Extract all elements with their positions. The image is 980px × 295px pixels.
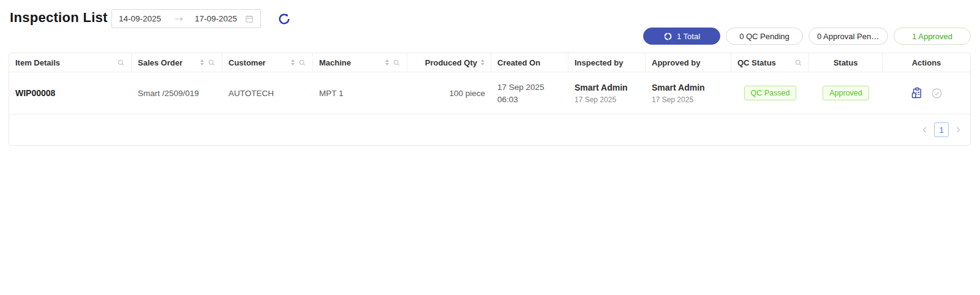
column-label: QC Status — [737, 58, 776, 67]
clipboard-report-icon — [911, 87, 923, 99]
column-header-status: Status — [809, 53, 883, 72]
column-label: Inspected by — [575, 58, 623, 67]
inspection-table: Item Details Sales Order Customer Machin… — [9, 53, 971, 146]
pill-label: 0 Approval Pendi... — [817, 32, 880, 41]
table-row: WIP00008 Smart /2509/019 AUTOTECH MPT 1 … — [9, 72, 970, 114]
pill-label: 1 Total — [677, 32, 700, 41]
page-title: Inspection List — [10, 10, 108, 26]
calendar-icon[interactable] — [245, 15, 254, 23]
column-label: Actions — [912, 58, 941, 67]
column-header-actions: Actions — [883, 53, 970, 72]
refresh-button[interactable] — [277, 12, 292, 26]
inspection-report-button[interactable] — [911, 87, 923, 99]
created-on-date: 17 Sep 2025 — [497, 83, 562, 92]
search-icon[interactable] — [298, 59, 306, 67]
search-icon[interactable] — [794, 59, 802, 67]
start-date-input[interactable]: 14-09-2025 — [119, 14, 161, 23]
cell-customer: AUTOTECH — [222, 89, 313, 98]
inspected-by-name: Smart Admin — [575, 83, 639, 92]
column-header-created-on: Created On — [491, 53, 568, 72]
cell-produced-qty: 100 piece — [407, 89, 491, 98]
sort-icon[interactable] — [291, 59, 295, 65]
cell-sales-order: Smart /2509/019 — [132, 89, 222, 98]
cell-inspected-by: Smart Admin 17 Sep 2025 — [568, 83, 646, 104]
search-icon[interactable] — [117, 59, 125, 67]
column-header-machine: Machine — [313, 53, 407, 72]
cell-qc-status: QC Passed — [731, 86, 809, 100]
cell-status: Approved — [809, 86, 883, 100]
reload-icon — [277, 12, 291, 26]
column-label: Customer — [228, 58, 266, 67]
prev-page-icon[interactable] — [921, 126, 929, 133]
status-filter-pills: 1 Total 0 QC Pending 0 Approval Pendi...… — [643, 28, 971, 45]
table-footer: 1 — [9, 114, 970, 145]
cell-created-on: 17 Sep 2025 06:03 — [491, 83, 568, 104]
sort-icon[interactable] — [481, 59, 484, 65]
column-label: Produced Qty — [425, 58, 477, 67]
column-label: Approved by — [652, 58, 700, 67]
pagination: 1 — [921, 122, 962, 137]
check-circle-icon — [931, 88, 943, 99]
table-header-row: Item Details Sales Order Customer Machin… — [9, 53, 970, 72]
cell-machine: MPT 1 — [313, 89, 407, 98]
page-number[interactable]: 1 — [934, 122, 949, 137]
pill-label: 0 QC Pending — [739, 32, 790, 41]
filter-pill-approved[interactable]: 1 Approved — [894, 28, 971, 45]
search-icon[interactable] — [208, 59, 216, 67]
qc-status-badge: QC Passed — [744, 86, 797, 100]
filter-pill-total[interactable]: 1 Total — [643, 28, 720, 45]
cell-actions — [883, 87, 970, 99]
column-header-approved-by: Approved by — [646, 53, 731, 72]
cell-item-details: WIP00008 — [9, 88, 132, 98]
approved-by-date: 17 Sep 2025 — [652, 95, 725, 104]
column-header-qc-status: QC Status — [731, 53, 809, 72]
inspected-by-date: 17 Sep 2025 — [575, 95, 639, 104]
column-header-produced-qty: Produced Qty — [407, 53, 491, 72]
column-header-inspected-by: Inspected by — [568, 53, 646, 72]
column-label: Item Details — [15, 58, 60, 67]
column-header-sales-order: Sales Order — [132, 53, 222, 72]
approved-by-name: Smart Admin — [652, 83, 725, 92]
date-range-picker[interactable]: 14-09-2025 17-09-2025 — [111, 9, 261, 28]
column-label: Sales Order — [138, 58, 183, 67]
column-label: Machine — [319, 58, 351, 67]
sort-icon[interactable] — [385, 59, 389, 65]
status-badge: Approved — [823, 86, 869, 100]
cell-approved-by: Smart Admin 17 Sep 2025 — [646, 83, 731, 104]
sync-ring-icon — [663, 32, 673, 41]
filter-pill-qc-pending[interactable]: 0 QC Pending — [726, 28, 803, 45]
sort-icon[interactable] — [200, 59, 204, 65]
column-label: Created On — [497, 58, 540, 67]
approve-button[interactable] — [931, 88, 943, 99]
pill-label: 1 Approved — [912, 32, 952, 41]
end-date-input[interactable]: 17-09-2025 — [195, 14, 237, 23]
filter-pill-approval-pending[interactable]: 0 Approval Pendi... — [809, 28, 888, 45]
column-label: Status — [834, 58, 858, 67]
column-header-item-details: Item Details — [9, 53, 132, 72]
search-icon[interactable] — [393, 59, 401, 67]
created-on-time: 06:03 — [497, 95, 562, 104]
column-header-customer: Customer — [222, 53, 313, 72]
arrow-right-icon — [175, 16, 184, 22]
next-page-icon[interactable] — [954, 126, 962, 133]
